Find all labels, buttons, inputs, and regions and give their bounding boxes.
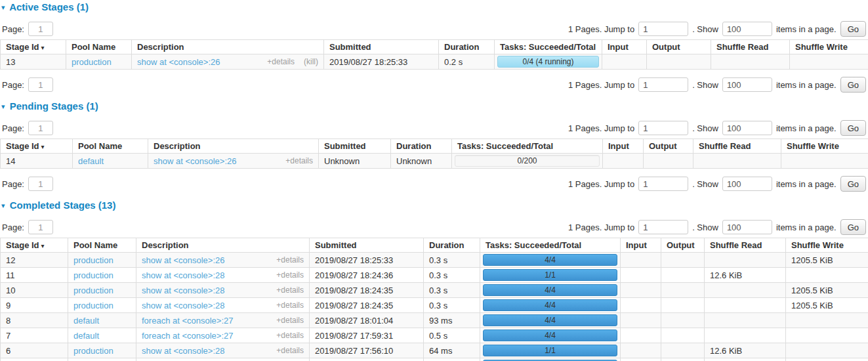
description-link[interactable]: foreach at <console>:27 [142, 316, 234, 326]
go-button[interactable]: Go [840, 176, 866, 192]
go-button[interactable]: Go [840, 120, 866, 136]
details-toggle[interactable]: +details [276, 346, 304, 355]
col-header-pool-name[interactable]: Pool Name [68, 238, 136, 253]
output-cell [661, 313, 705, 328]
details-toggle[interactable]: +details [276, 316, 304, 325]
description-link[interactable]: show at <console>:26 [142, 255, 224, 265]
tasks-progress-bar: 0/200 [455, 155, 600, 167]
col-header-duration[interactable]: Duration [391, 139, 452, 154]
details-toggle[interactable]: +details [276, 270, 304, 280]
shuffle-write-cell [790, 54, 868, 70]
pool-name-link[interactable]: default [73, 331, 99, 341]
pool-name-link[interactable]: production [73, 255, 114, 265]
col-header-submitted[interactable]: Submitted [319, 139, 391, 154]
description-link[interactable]: show at <console>:28 [142, 286, 224, 295]
col-header-input[interactable]: Input [602, 40, 647, 54]
col-header-shuffle-read[interactable]: Shuffle Read [693, 139, 781, 154]
input-cell [621, 253, 661, 268]
col-header-pool-name[interactable]: Pool Name [66, 40, 132, 54]
col-header-stage-id[interactable]: Stage Id▾ [1, 40, 66, 54]
pool-name-link[interactable]: default [73, 316, 99, 326]
col-header-pool-name[interactable]: Pool Name [73, 139, 148, 154]
show-count-input[interactable] [722, 177, 772, 191]
col-header-shuffle-write[interactable]: Shuffle Write [790, 40, 868, 54]
page-number-input[interactable] [28, 121, 53, 135]
pages-jump-text: 1 Pages. Jump to [568, 80, 634, 90]
submitted-cell: 2019/08/27 17:56:10 [310, 343, 424, 358]
pool-name-link[interactable]: production [73, 270, 114, 280]
show-count-input[interactable] [722, 77, 772, 92]
col-header-description[interactable]: Description [136, 238, 310, 253]
col-header-description[interactable]: Description [132, 40, 324, 54]
go-button[interactable]: Go [840, 219, 866, 235]
col-header-output[interactable]: Output [661, 238, 705, 253]
pool-name-link[interactable]: production [73, 301, 114, 310]
jump-to-input[interactable] [638, 220, 688, 234]
table-body: 13productionshow at <console>:26+details… [1, 54, 868, 70]
stage-id-cell: 5 [1, 358, 68, 361]
tasks-progress-bar: 4/4 [483, 329, 617, 341]
details-toggle[interactable]: +details [276, 286, 304, 295]
pool-name-link[interactable]: production [73, 346, 114, 356]
show-count-input[interactable] [722, 22, 772, 36]
page-number-input[interactable] [28, 220, 53, 234]
col-header-shuffle-write[interactable]: Shuffle Write [786, 238, 868, 253]
col-header-input[interactable]: Input [621, 238, 661, 253]
jump-to-input[interactable] [638, 22, 688, 36]
details-toggle[interactable]: +details [276, 331, 304, 340]
description-content: show at <console>:26+details [142, 255, 304, 265]
details-toggle[interactable]: +details [276, 255, 304, 265]
col-header-input[interactable]: Input [603, 139, 644, 154]
go-button[interactable]: Go [840, 77, 866, 93]
col-header-shuffle-write[interactable]: Shuffle Write [781, 139, 868, 154]
pending-stages-heading[interactable]: ▾ Pending Stages (1) [1, 100, 868, 113]
jump-to-input[interactable] [638, 121, 688, 135]
col-header-tasks[interactable]: Tasks: Succeeded/Total [452, 139, 603, 154]
details-toggle[interactable]: +details [267, 57, 295, 66]
completed-stages-heading[interactable]: ▾ Completed Stages (13) [1, 200, 868, 212]
jump-to-input[interactable] [638, 177, 688, 191]
description-cell: show at <console>:26+details [148, 154, 319, 169]
page-number-input[interactable] [28, 77, 53, 92]
col-header-stage-id[interactable]: Stage Id▾ [1, 139, 73, 154]
pagination-bar: Page: 1 Pages. Jump to . Show items in a… [1, 176, 867, 192]
description-link[interactable]: show at <console>:28 [142, 346, 224, 356]
col-header-output[interactable]: Output [647, 40, 711, 54]
description-link[interactable]: show at <console>:26 [154, 156, 236, 166]
col-header-shuffle-read[interactable]: Shuffle Read [711, 40, 790, 54]
shuffle-write-cell [781, 154, 868, 169]
description-link[interactable]: show at <console>:28 [142, 301, 224, 310]
col-header-submitted[interactable]: Submitted [324, 40, 439, 54]
pool-name-link[interactable]: production [72, 57, 112, 67]
go-button[interactable]: Go [840, 21, 866, 37]
col-header-tasks[interactable]: Tasks: Succeeded/Total [495, 40, 602, 54]
active-stages-heading[interactable]: ▾ Active Stages (1) [1, 1, 868, 14]
tasks-progress-bar: 4/4 [483, 284, 617, 296]
show-count-input[interactable] [722, 121, 772, 135]
col-header-submitted[interactable]: Submitted [310, 238, 424, 253]
col-header-duration[interactable]: Duration [424, 238, 480, 253]
details-toggle[interactable]: +details [285, 156, 313, 165]
pool-name-link[interactable]: production [73, 286, 114, 295]
pool-name-cell: production [68, 358, 136, 361]
col-header-tasks[interactable]: Tasks: Succeeded/Total [480, 238, 621, 253]
details-toggle[interactable]: +details [276, 301, 304, 310]
jump-to-input[interactable] [638, 77, 688, 92]
col-header-output[interactable]: Output [644, 139, 693, 154]
page-number-input[interactable] [28, 177, 53, 191]
pages-jump-text: 1 Pages. Jump to [568, 123, 634, 133]
description-link[interactable]: show at <console>:26 [137, 57, 220, 67]
col-header-shuffle-read[interactable]: Shuffle Read [705, 238, 786, 253]
col-header-stage-id[interactable]: Stage Id▾ [1, 238, 68, 253]
col-header-description[interactable]: Description [148, 139, 319, 154]
show-count-input[interactable] [722, 220, 772, 234]
description-link[interactable]: show at <console>:28 [142, 270, 224, 280]
col-header-duration[interactable]: Duration [439, 40, 495, 54]
description-link[interactable]: foreach at <console>:27 [142, 331, 234, 341]
kill-link[interactable]: (kill) [304, 57, 318, 66]
pool-name-link[interactable]: default [78, 156, 104, 166]
stage-row: 6productionshow at <console>:28+details2… [1, 343, 868, 358]
stage-id-cell: 11 [1, 268, 68, 283]
page-number-input[interactable] [28, 22, 53, 36]
stage-row: 10productionshow at <console>:28+details… [1, 283, 868, 298]
